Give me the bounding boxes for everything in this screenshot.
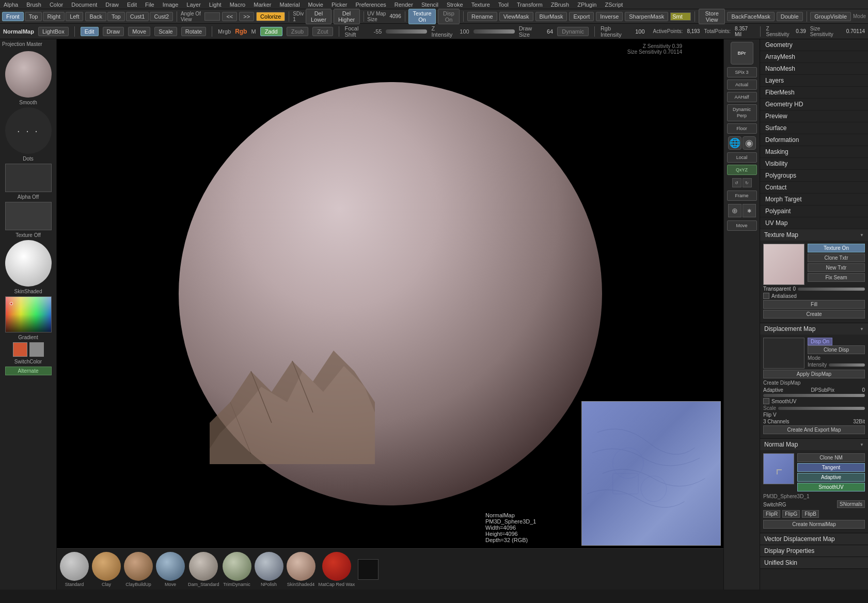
scale-btn[interactable]: Scale	[154, 27, 177, 36]
rp-arraymesh[interactable]: ArrayMesh	[760, 51, 868, 63]
bpr-icon[interactable]: BPr	[731, 42, 753, 65]
actual-btn[interactable]: Actual	[727, 80, 757, 90]
texture-on-btn[interactable]: Texture On	[408, 9, 435, 24]
skin-shaded-swatch[interactable]	[5, 240, 52, 287]
menu-light[interactable]: Light	[208, 2, 223, 8]
material-skinshaded[interactable]: SkinShaded4	[287, 552, 315, 587]
menu-transform[interactable]: Transform	[515, 2, 544, 8]
adaptive-nm-btn[interactable]: Adaptive	[797, 473, 865, 482]
flipb-btn[interactable]: FlipB	[802, 510, 819, 518]
background-color-swatch[interactable]	[29, 342, 44, 357]
dynamic-btn-side[interactable]: DynamicPerp	[727, 104, 757, 121]
menu-texture[interactable]: Texture	[470, 2, 492, 8]
rp-geometry-top[interactable]: Geometry	[760, 39, 868, 51]
rp-preview[interactable]: Preview	[760, 110, 868, 122]
material-empty[interactable]	[358, 559, 378, 580]
apply-disp-map-btn[interactable]: Apply DispMap	[763, 370, 865, 378]
material-matcap[interactable]: MatCap Red Wax	[319, 552, 355, 587]
move-side-btn[interactable]: Move	[727, 220, 757, 231]
del-lower-btn[interactable]: Del Lower	[306, 9, 331, 24]
menu-image[interactable]: Image	[161, 2, 180, 8]
snormals-btn[interactable]: SNormals	[837, 500, 865, 508]
color-picker[interactable]	[5, 296, 52, 332]
view-right-btn[interactable]: Right	[43, 12, 65, 21]
rp-uv-map[interactable]: UV Map	[760, 217, 868, 229]
menu-zplugin[interactable]: ZPlugin	[576, 2, 598, 8]
texture-on-tm-btn[interactable]: Texture On	[808, 244, 865, 252]
lightbox-btn[interactable]: LightBox	[38, 27, 69, 36]
frame-icon1[interactable]: ⊕	[728, 204, 741, 217]
create-export-btn[interactable]: Create And Export Map	[763, 425, 865, 434]
menu-macro[interactable]: Macro	[228, 2, 247, 8]
scale-slider[interactable]	[778, 407, 865, 410]
menu-movie[interactable]: Movie	[307, 2, 325, 8]
intensity-slider[interactable]	[829, 363, 865, 367]
fill-btn[interactable]: Fill	[763, 300, 865, 309]
zcut-btn[interactable]: Zcut	[312, 27, 333, 36]
view-back-btn[interactable]: Back	[85, 12, 106, 21]
view-top-btn[interactable]: Top	[25, 12, 42, 21]
clone-disp-btn[interactable]: Clone Disp	[808, 345, 865, 354]
smoothuv-checkbox[interactable]	[763, 398, 769, 404]
view-left-btn[interactable]: Left	[66, 12, 83, 21]
create-normalmap-btn[interactable]: Create NormalMap	[763, 520, 865, 529]
next-btn[interactable]: >>	[239, 12, 254, 21]
edit-btn[interactable]: Edit	[81, 27, 99, 36]
z-intensity-slider[interactable]	[474, 29, 515, 34]
viewmask-btn[interactable]: ViewMask	[499, 12, 533, 21]
move-btn[interactable]: Move	[128, 27, 150, 36]
create-tm-btn[interactable]: Create	[763, 310, 865, 319]
view-front-btn[interactable]: Front	[2, 12, 24, 21]
disp-on-btn[interactable]: Disp On	[808, 338, 832, 345]
rename-btn[interactable]: Rename	[467, 12, 497, 21]
del-higher-btn[interactable]: Del Higher	[334, 9, 360, 24]
prev-btn[interactable]: <<	[222, 12, 237, 21]
menu-stencil[interactable]: Stencil	[420, 2, 440, 8]
frame-btn[interactable]: Frame	[727, 191, 757, 201]
nm-thumbnail[interactable]	[763, 453, 794, 484]
zsub-btn[interactable]: Zsub	[287, 27, 308, 36]
clone-txtr-btn[interactable]: Clone Txtr	[808, 253, 865, 262]
disp-on-btn[interactable]: Disp On	[438, 9, 460, 24]
colorize-btn[interactable]: Colorize	[256, 12, 285, 21]
rotate-icon[interactable]: ↺	[732, 178, 741, 187]
menu-picker[interactable]: Picker	[330, 2, 349, 8]
group-visible-btn[interactable]: GroupVisible	[810, 12, 851, 21]
tangent-btn[interactable]: Tangent	[797, 463, 865, 472]
spix-btn[interactable]: SPix 3	[727, 67, 757, 77]
blurmask-btn[interactable]: BlurMask	[535, 12, 567, 21]
menu-stroke[interactable]: Stroke	[445, 2, 465, 8]
menu-preferences[interactable]: Preferences	[354, 2, 388, 8]
clone-nm-btn[interactable]: Clone NM	[797, 453, 865, 462]
rp-masking[interactable]: Masking	[760, 146, 868, 158]
menu-material[interactable]: Material	[278, 2, 301, 8]
dots-material-swatch[interactable]: · · ·	[5, 107, 52, 154]
adaptive-slider[interactable]	[763, 394, 865, 397]
rotate-icon2[interactable]: ↻	[743, 178, 752, 187]
viewport[interactable]: Z Sensitivity 0.39 Size Sensitivity 0.70…	[57, 39, 723, 590]
export-btn[interactable]: Export	[569, 12, 594, 21]
transparent-slider[interactable]	[798, 288, 865, 291]
rp-visibility[interactable]: Visibility	[760, 158, 868, 170]
rp-deformation[interactable]: Deformation	[760, 134, 868, 146]
material-dam[interactable]: Dam_Standard	[188, 552, 219, 587]
rp-geometry-hd[interactable]: Geometry HD	[760, 99, 868, 110]
rp-layers[interactable]: Layers	[760, 75, 868, 87]
material-clay[interactable]: Clay	[92, 552, 121, 587]
material-trim[interactable]: TrimDynamic	[223, 552, 251, 587]
material-standard[interactable]: Standard	[60, 552, 89, 587]
foreground-color-swatch[interactable]	[13, 342, 27, 357]
inverse-btn[interactable]: Inverse	[596, 12, 623, 21]
menu-render[interactable]: Render	[393, 2, 415, 8]
backface-mask-btn[interactable]: BackFaceMask	[727, 12, 774, 21]
material-npolish[interactable]: NPolish	[255, 552, 283, 587]
rp-polygroups[interactable]: Polygroups	[760, 170, 868, 182]
smooth-material-swatch[interactable]	[5, 51, 52, 98]
rp-nanomesh[interactable]: NanoMesh	[760, 63, 868, 75]
normal-map-header[interactable]: Normal Map	[760, 439, 868, 450]
menu-tool[interactable]: Tool	[497, 2, 510, 8]
flipg-btn[interactable]: FlipG	[782, 510, 800, 518]
local-icon2[interactable]: ◉	[743, 136, 756, 150]
menu-brush[interactable]: Brush	[25, 2, 43, 8]
material-claybuild[interactable]: ClayBuildUp	[124, 552, 153, 587]
